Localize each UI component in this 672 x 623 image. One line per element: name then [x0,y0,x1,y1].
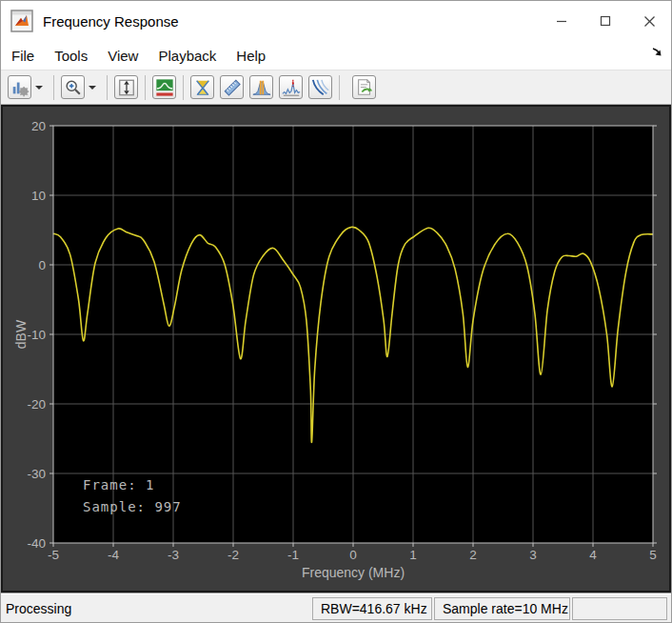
window-title: Frequency Response [43,13,179,30]
zoom-dropdown-caret [89,86,96,90]
x-tick-label: 4 [589,548,597,562]
titlebar: Frequency Response [1,1,671,41]
ccdf-icon [308,75,332,99]
channel-measurements-button[interactable] [248,74,274,100]
y-tick-label: -20 [27,397,46,412]
maximize-icon [600,15,611,27]
frequency-response-window: Frequency Response File Tools [0,0,672,623]
plot-region: -5-4-3-2-1012345-40-30-20-1001020Frequen… [1,105,671,593]
zoom-button[interactable] [60,74,101,100]
y-axis-label: dBW [13,319,29,349]
annotation-frame: Frame: 1 [83,477,154,492]
menu-tools[interactable]: Tools [53,46,89,66]
menu-file[interactable]: File [10,46,35,66]
y-tick-label: 0 [38,258,46,272]
occupied-bandwidth-icon [249,75,273,99]
minimize-icon [556,15,567,27]
status-rbw: RBW=416.67 kHz [312,597,432,620]
y-tick-label: -40 [27,536,46,551]
menu-help[interactable]: Help [235,46,267,66]
y-tick-label: -30 [27,467,46,481]
playback-export-button[interactable] [351,74,377,100]
x-tick-label: -5 [48,548,59,562]
scale-y-axis-icon [114,75,138,99]
x-tick-label: 1 [409,548,417,562]
menu-view[interactable]: View [107,46,139,66]
y-tick-label: 20 [31,119,46,133]
matlab-scope-icon [10,10,33,32]
x-tick-label: -3 [168,548,179,562]
ccdf-measurements-button[interactable] [307,74,333,100]
plot-canvas[interactable]: -5-4-3-2-1012345-40-30-20-1001020Frequen… [3,107,671,591]
toolbar-separator [339,75,340,100]
scale-y-axis-button[interactable] [113,74,139,100]
toolbar-separator [145,75,146,100]
x-tick-label: 0 [349,548,357,562]
x-tick-label: 2 [469,548,477,562]
zoom-in-icon [61,75,85,99]
menu-playback[interactable]: Playback [157,46,217,66]
x-tick-label: -1 [287,548,299,562]
spectrum-settings-button[interactable] [7,74,48,100]
peak-finder-button[interactable] [278,74,304,100]
x-tick-label: 3 [529,548,537,562]
status-empty-segment [572,597,667,620]
cursor-measurements-icon [190,75,214,99]
ruler-icon [220,75,244,99]
toolbar-separator [107,75,108,100]
y-tick-label: 10 [31,189,46,203]
close-icon [643,15,656,28]
spectrum-settings-icon [8,75,31,99]
x-tick-label: -2 [227,548,239,562]
dock-arrow-icon[interactable] [650,45,663,58]
y-tick-label: -10 [27,328,46,342]
status-sample-rate: Sample rate=10 MHz [434,597,570,620]
menubar: File Tools View Playback Help [1,41,671,70]
close-button[interactable] [627,1,671,41]
toolbar-separator [183,75,184,100]
toolbar-separator [53,75,54,100]
spectrum-spectrogram-view-button[interactable] [151,74,177,100]
maximize-button[interactable] [583,1,627,41]
spectrum-settings-dropdown-caret [35,86,43,90]
x-tick-label: -4 [108,548,119,562]
cursor-measurements-button[interactable] [189,74,215,100]
annotation-sample: Sample: 997 [83,499,182,514]
signal-statistics-button[interactable] [219,74,245,100]
status-processing: Processing [3,601,71,616]
x-tick-label: 5 [649,548,657,562]
spectrum-spectrogram-icon [152,75,176,99]
x-axis-label: Frequency (MHz) [302,565,405,580]
toolbar [1,70,671,105]
export-document-icon [352,75,376,99]
statusbar: Processing RBW=416.67 kHz Sample rate=10… [1,593,671,623]
minimize-button[interactable] [540,1,583,41]
peak-finder-icon [279,75,303,99]
